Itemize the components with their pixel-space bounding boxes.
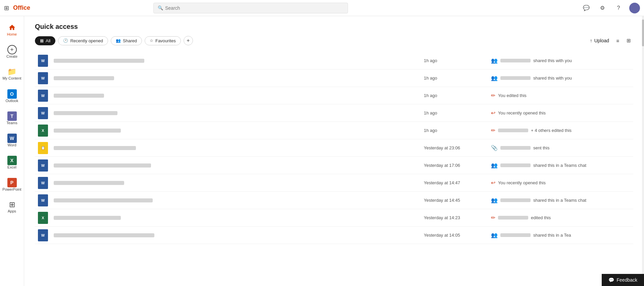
file-time: 1h ago xyxy=(424,110,491,115)
activity-text: + 4 others edited this xyxy=(531,128,572,133)
table-row[interactable]: W 1h ago ✏ You edited this xyxy=(35,87,633,104)
table-row[interactable]: W 1h ago 👥 shared this with you xyxy=(35,52,633,69)
activity-icon: ↩ xyxy=(491,180,495,186)
file-icon-cell: W xyxy=(36,177,50,189)
file-name-bar xyxy=(54,59,144,63)
sidebar-item-outlook[interactable]: O Outlook xyxy=(1,85,23,107)
activity-text: shared this with you xyxy=(533,58,572,63)
filter-tab-shared[interactable]: 👥 Shared xyxy=(111,36,142,45)
filter-right: ↑ Upload ≡ ⊞ xyxy=(590,36,633,45)
search-input[interactable] xyxy=(165,5,344,11)
file-activity: ✏ edited this xyxy=(491,214,632,221)
table-row[interactable]: 📋 Yesterday at 23:06 📎 sent this xyxy=(35,139,633,157)
scrollbar-track[interactable] xyxy=(642,16,644,286)
activity-icon: 👥 xyxy=(491,197,498,203)
file-name-cell xyxy=(50,216,424,220)
file-list: W 1h ago 👥 shared this with you W 1h ago… xyxy=(35,52,633,244)
table-row[interactable]: X Yesterday at 14:23 ✏ edited this xyxy=(35,209,633,227)
excel-file-icon: X xyxy=(38,212,48,224)
avatar[interactable] xyxy=(629,3,640,13)
apps-icon: ⊞ xyxy=(9,200,15,209)
sidebar-label-create: Create xyxy=(6,54,17,58)
sidebar-label-home: Home xyxy=(7,32,17,36)
topbar: ⊞ Office 🔍 💬 ⚙ ? xyxy=(0,0,644,16)
table-row[interactable]: W Yesterday at 14:47 ↩ You recently open… xyxy=(35,174,633,192)
sidebar-item-mycontent[interactable]: 📁 My Content xyxy=(1,63,23,85)
upload-button[interactable]: ↑ Upload xyxy=(590,38,609,43)
sidebar-label-word: Word xyxy=(7,143,16,147)
file-activity: 👥 shared this with you xyxy=(491,75,632,81)
activity-icon: ✏ xyxy=(491,214,495,221)
table-row[interactable]: W 1h ago ↩ You recently opened this xyxy=(35,104,633,122)
feedback-icon-btn[interactable]: 💬 xyxy=(581,3,592,13)
word-file-icon: W xyxy=(38,194,48,206)
file-icon-cell: X xyxy=(36,125,50,137)
activity-icon: 👥 xyxy=(491,162,498,169)
file-activity: ✏ You edited this xyxy=(491,92,632,99)
file-icon-cell: W xyxy=(36,194,50,206)
feedback-icon: 💬 xyxy=(608,277,614,283)
grid-icon[interactable]: ⊞ xyxy=(4,4,9,12)
file-name-cell xyxy=(50,59,424,63)
view-toggle: ≡ ⊞ xyxy=(613,36,633,45)
help-icon-btn[interactable]: ? xyxy=(613,3,624,13)
file-name-cell xyxy=(50,76,424,80)
activity-icon: 👥 xyxy=(491,75,498,81)
list-view-button[interactable]: ≡ xyxy=(613,36,623,45)
file-icon-cell: W xyxy=(36,159,50,172)
activity-text: edited this xyxy=(531,215,551,220)
activity-text: shared this in a Tea xyxy=(533,233,571,238)
table-row[interactable]: W Yesterday at 14:45 👥 shared this in a … xyxy=(35,192,633,209)
sidebar-item-excel[interactable]: X Excel xyxy=(1,152,23,173)
activity-name-bar xyxy=(500,59,531,62)
sidebar-item-word[interactable]: W Word xyxy=(1,130,23,151)
activity-text: You recently opened this xyxy=(498,180,546,185)
filter-bar: ▦ All 🕐 Recently opened 👥 Shared ☆ Favou… xyxy=(35,36,633,45)
activity-text: shared this with you xyxy=(533,76,572,81)
activity-icon: ✏ xyxy=(491,127,495,134)
teams-icon: T xyxy=(7,111,17,121)
create-icon: + xyxy=(7,45,17,54)
sidebar-item-home[interactable]: Home xyxy=(1,19,23,40)
file-time: Yesterday at 23:06 xyxy=(424,145,491,150)
activity-icon: ↩ xyxy=(491,110,495,116)
sidebar-item-powerpoint[interactable]: P PowerPoint xyxy=(1,174,23,195)
file-icon-cell: X xyxy=(36,212,50,224)
table-row[interactable]: X 1h ago ✏ + 4 others edited this xyxy=(35,122,633,139)
file-activity: ↩ You recently opened this xyxy=(491,110,632,116)
sidebar: Home + Create 📁 My Content O Outlook T T… xyxy=(0,16,24,286)
feedback-button[interactable]: 💬 Feedback xyxy=(602,274,644,286)
table-row[interactable]: W Yesterday at 17:06 👥 shared this in a … xyxy=(35,157,633,174)
filter-tab-favourites[interactable]: ☆ Favourites xyxy=(145,36,181,45)
sidebar-item-apps[interactable]: ⊞ Apps xyxy=(1,196,23,218)
table-row[interactable]: W 1h ago 👥 shared this with you xyxy=(35,69,633,87)
add-filter-button[interactable]: + xyxy=(184,36,193,45)
filter-tab-all[interactable]: ▦ All xyxy=(35,36,55,45)
sidebar-item-create[interactable]: + Create xyxy=(1,41,23,62)
activity-name-bar xyxy=(500,233,531,237)
filter-tab-recently-opened[interactable]: 🕐 Recently opened xyxy=(58,36,108,45)
file-name-cell xyxy=(50,181,424,185)
star-icon: ☆ xyxy=(150,38,153,43)
upload-icon: ↑ xyxy=(590,38,592,43)
grid-view-button[interactable]: ⊞ xyxy=(624,36,633,45)
app-name: Office xyxy=(13,4,30,11)
sidebar-item-teams[interactable]: T Teams xyxy=(1,107,23,129)
activity-name-bar xyxy=(498,129,528,132)
ppt-icon: P xyxy=(7,178,17,187)
file-name-bar xyxy=(54,233,154,237)
scrollbar-thumb[interactable] xyxy=(642,19,644,46)
file-name-bar xyxy=(54,111,117,115)
activity-icon: 📎 xyxy=(491,145,498,151)
settings-icon-btn[interactable]: ⚙ xyxy=(597,3,608,13)
excel-file-icon: X xyxy=(38,125,48,137)
table-row[interactable]: W Yesterday at 14:05 👥 shared this in a … xyxy=(35,227,633,244)
file-name-cell xyxy=(50,111,424,115)
search-bar[interactable]: 🔍 xyxy=(153,3,348,13)
activity-text: sent this xyxy=(533,145,549,150)
file-name-bar xyxy=(54,94,104,98)
activity-text: You edited this xyxy=(498,93,527,98)
file-name-bar xyxy=(54,198,153,202)
all-tab-label: All xyxy=(46,38,50,43)
file-activity: 👥 shared this with you xyxy=(491,57,632,64)
